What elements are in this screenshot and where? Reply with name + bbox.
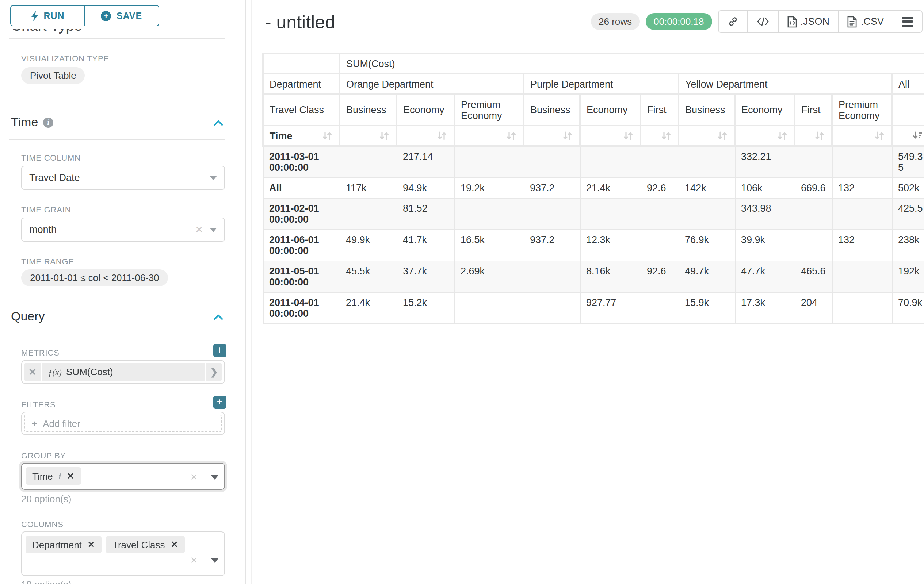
visualization-type-pill[interactable]: Pivot Table [21, 67, 85, 84]
sort-header[interactable] [454, 125, 524, 146]
close-icon[interactable]: ✕ [67, 471, 74, 481]
csv-label: .CSV [861, 16, 884, 27]
info-icon[interactable]: i [59, 472, 61, 480]
sort-header[interactable] [340, 125, 397, 146]
time-column-label: TIME COLUMN [21, 153, 81, 162]
chevron-right-icon[interactable]: ❯ [205, 363, 222, 381]
pivot-cell [832, 261, 892, 292]
sort-header[interactable] [640, 125, 678, 146]
add-metric-button[interactable]: + [213, 344, 226, 357]
filters-label: FILTERS [21, 400, 56, 409]
pivot-cell [640, 292, 678, 323]
close-icon[interactable]: ✕ [87, 540, 95, 550]
department-group-header: Yellow Department [678, 74, 892, 94]
sort-icon [322, 130, 333, 141]
travel-class-row-label: Travel Class [263, 94, 340, 125]
row-header: 2011-05-01 00:00:00 [263, 261, 340, 292]
pivot-corner-cell [263, 53, 340, 74]
pivot-cell: 37.7k [397, 261, 454, 292]
chip-label: Department [32, 539, 82, 550]
chevron-up-icon[interactable] [213, 313, 223, 322]
bolt-icon [30, 11, 38, 21]
pivot-cell: 47.7k [735, 261, 795, 292]
sort-icon [660, 130, 672, 141]
add-filter-button[interactable]: + Add filter [24, 415, 222, 432]
pivot-cell: 70.9k [892, 292, 924, 323]
pivot-cell: 132 [832, 229, 892, 261]
chart-menu-button[interactable] [893, 11, 922, 32]
run-button[interactable]: RUN [11, 6, 84, 26]
chip-label: Travel Class [112, 539, 165, 550]
pivot-cell: 425.5 [892, 198, 924, 229]
query-section-title: Query [11, 309, 45, 324]
sort-header[interactable] [735, 125, 795, 146]
sort-header[interactable] [678, 125, 735, 146]
time-section-heading: Time i [11, 115, 53, 130]
columns-select[interactable]: Department ✕ Travel Class ✕ ✕ [21, 531, 225, 576]
time-range-pill[interactable]: 2011-01-01 ≤ col < 2011-06-30 [21, 269, 168, 286]
pivot-cell: 549.35 [892, 146, 924, 178]
pivot-cell [580, 146, 640, 178]
time-sort-header[interactable]: Time [263, 125, 340, 146]
view-query-button[interactable] [747, 11, 777, 32]
caret-down-icon [210, 176, 217, 180]
sort-header[interactable] [580, 125, 640, 146]
department-group-header: Purple Department [524, 74, 678, 94]
pivot-cell: 142k [678, 178, 735, 198]
save-button[interactable]: + SAVE [84, 6, 158, 26]
pivot-cell: 204 [795, 292, 832, 323]
close-icon[interactable]: ✕ [171, 540, 178, 550]
sort-icon [716, 130, 728, 141]
pivot-cell: 132 [832, 178, 892, 198]
save-label: SAVE [117, 11, 142, 21]
metric-name: SUM(Cost) [66, 367, 113, 377]
close-icon[interactable]: ✕ [195, 224, 203, 235]
sort-header[interactable] [524, 125, 580, 146]
panel-resizer[interactable] [246, 0, 252, 584]
sort-header[interactable] [397, 125, 454, 146]
sort-icon [505, 130, 517, 141]
close-icon[interactable]: ✕ [190, 555, 198, 566]
travel-class-header: Economy [580, 94, 640, 125]
time-grain-select[interactable]: month ✕ [21, 217, 225, 242]
sort-header[interactable] [892, 125, 924, 146]
add-filter-plus-button[interactable]: + [213, 396, 226, 409]
pivot-cell [524, 146, 580, 178]
chart-title[interactable]: - untitled [265, 12, 335, 33]
group-by-select[interactable]: Time i ✕ ✕ [21, 463, 225, 490]
close-icon[interactable]: ✕ [24, 363, 42, 381]
chevron-up-icon[interactable] [213, 118, 223, 128]
columns-label: COLUMNS [21, 520, 64, 528]
time-column-select[interactable]: Travel Date [21, 166, 225, 190]
pivot-cell: 92.6 [640, 178, 678, 198]
caret-down-icon [210, 227, 217, 232]
pivot-cell: 669.6 [795, 178, 832, 198]
share-link-button[interactable] [718, 11, 747, 32]
group-by-options-hint: 20 option(s) [21, 494, 71, 504]
sort-header[interactable] [795, 125, 832, 146]
caret-down-icon [211, 558, 218, 563]
pivot-cell: 45.5k [340, 261, 397, 292]
pivot-cell [340, 146, 397, 178]
close-icon[interactable]: ✕ [190, 472, 198, 482]
chip-label: Time [32, 470, 53, 482]
metric-pill[interactable]: ✕ ƒ(x) SUM(Cost) ❯ [24, 363, 222, 381]
pivot-cell [524, 198, 580, 229]
travel-class-header: Business [678, 94, 735, 125]
department-row-label: Department [263, 74, 340, 94]
pivot-cell: 41.7k [397, 229, 454, 261]
pivot-cell [524, 292, 580, 323]
sort-header[interactable] [832, 125, 892, 146]
columns-chip[interactable]: Department ✕ [26, 536, 102, 553]
filters-control: + Add filter [21, 412, 225, 435]
fx-icon: ƒ(x) [48, 368, 62, 376]
group-by-chip[interactable]: Time i ✕ [26, 467, 81, 485]
info-icon[interactable]: i [43, 118, 53, 128]
export-json-button[interactable]: .JSON [777, 11, 838, 32]
pivot-cell [524, 261, 580, 292]
columns-chip[interactable]: Travel Class ✕ [106, 536, 185, 553]
export-csv-button[interactable]: .CSV [838, 11, 893, 32]
query-timer-badge: 00:00:00.18 [646, 13, 712, 30]
control-panel: Chart Type RUN + SAVE VISUALIZATION TYPE… [0, 0, 246, 584]
pivot-cell: 465.6 [795, 261, 832, 292]
